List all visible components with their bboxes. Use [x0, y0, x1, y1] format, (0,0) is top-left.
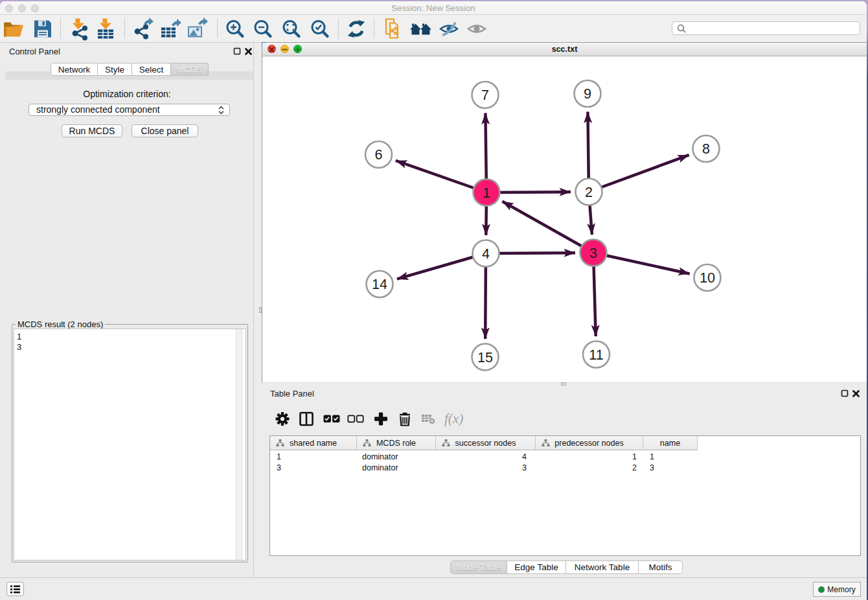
- svg-text:8: 8: [702, 141, 710, 157]
- svg-text:9: 9: [584, 86, 591, 102]
- svg-text:6: 6: [375, 147, 383, 163]
- svg-text:14: 14: [372, 277, 387, 292]
- svg-text:1: 1: [483, 185, 490, 201]
- svg-text:4: 4: [482, 246, 490, 262]
- svg-text:7: 7: [481, 87, 489, 103]
- svg-text:f(x): f(x): [444, 411, 463, 426]
- svg-text:15: 15: [477, 350, 493, 365]
- svg-text:10: 10: [700, 270, 715, 286]
- svg-text:2: 2: [585, 185, 593, 200]
- svg-text:11: 11: [589, 347, 603, 363]
- svg-text:3: 3: [589, 246, 597, 261]
